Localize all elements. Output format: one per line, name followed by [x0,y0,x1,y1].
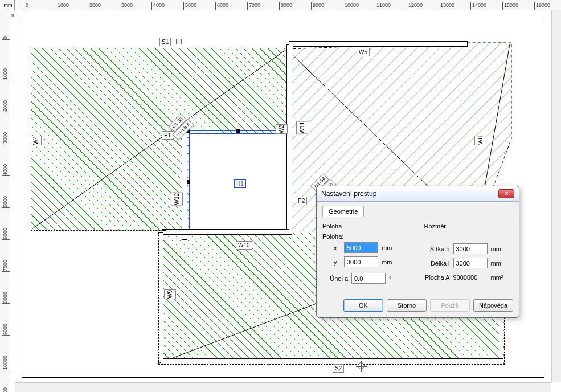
unit-y: mm [382,259,399,266]
tag-w4[interactable]: W4 [30,136,42,145]
close-icon[interactable]: ✕ [498,189,514,198]
dialog-tabbar: Geometrie [322,205,513,217]
wall-w2[interactable] [286,44,292,234]
wall-w5-edge[interactable] [289,41,468,47]
input-length[interactable] [453,258,488,268]
tag-w2[interactable]: W2 [276,124,288,134]
input-x[interactable] [344,242,378,253]
column-br[interactable] [289,44,293,48]
section-size-title: Rozměr [424,223,514,230]
input-width[interactable] [453,243,488,254]
input-y[interactable] [344,256,378,267]
unit-area: mm² [491,274,508,281]
scrollbar-vertical[interactable] [551,10,561,382]
wall-w12[interactable] [182,133,187,240]
origin-marker[interactable] [358,362,365,369]
unit-width: mm [491,246,508,252]
tag-p1[interactable]: P1 [162,131,173,140]
marker-square[interactable] [176,39,182,44]
label-angle: Úhel a [322,275,348,282]
dialog-titlebar[interactable]: Nastavení prostup ✕ [317,186,519,202]
cancel-button[interactable]: Storno [387,299,427,312]
tag-w8[interactable]: W8 [474,136,486,145]
apply-button: Použít [430,299,470,312]
ruler-vertical: 0100020003000400050006000700080009000100… [0,10,10,392]
tag-s1[interactable]: S1 [159,38,171,46]
ruler-unit-h: mm [2,0,15,10]
tab-geometry[interactable]: Geometrie [322,206,364,217]
label-poloha: Poloha: [322,233,412,240]
section-position-title: Poloha [322,223,412,230]
tag-w11[interactable]: W11 [296,121,308,134]
label-width: Šířka b [424,246,450,252]
label-length: Délka l [424,260,450,267]
unit-x: mm [382,244,399,251]
handle-n[interactable] [236,129,240,133]
tag-p2[interactable]: P2 [296,197,307,205]
tag-w9[interactable]: W9 [164,289,176,299]
tag-w12[interactable]: W12 [171,193,183,206]
value-area: 9000000 [453,274,488,281]
wall-bottom[interactable] [162,358,503,364]
ok-button[interactable]: OK [343,299,383,312]
ruler-horizontal: 0100020003000400050006000700080009000100… [15,0,561,10]
dialog-title-text: Nastavení prostup [321,190,376,198]
wall-w9[interactable] [159,232,163,361]
tag-h1[interactable]: H1 [234,179,246,188]
label-x: x [322,244,341,251]
tag-s2[interactable]: S2 [333,364,344,373]
label-y: y [322,259,341,266]
tag-w5[interactable]: W5 [357,48,370,56]
scrollbar-horizontal[interactable] [15,382,551,392]
unit-angle: ° [389,275,406,282]
unit-length: mm [491,260,508,267]
input-angle[interactable] [351,273,386,284]
label-area: Plocha A [424,274,450,281]
tag-w10[interactable]: W10 [236,241,252,250]
dialog-opening-settings[interactable]: Nastavení prostup ✕ Geometrie Poloha Pol… [316,186,519,318]
wall-w10[interactable] [162,229,289,235]
help-button[interactable]: Nápověda [473,299,513,312]
